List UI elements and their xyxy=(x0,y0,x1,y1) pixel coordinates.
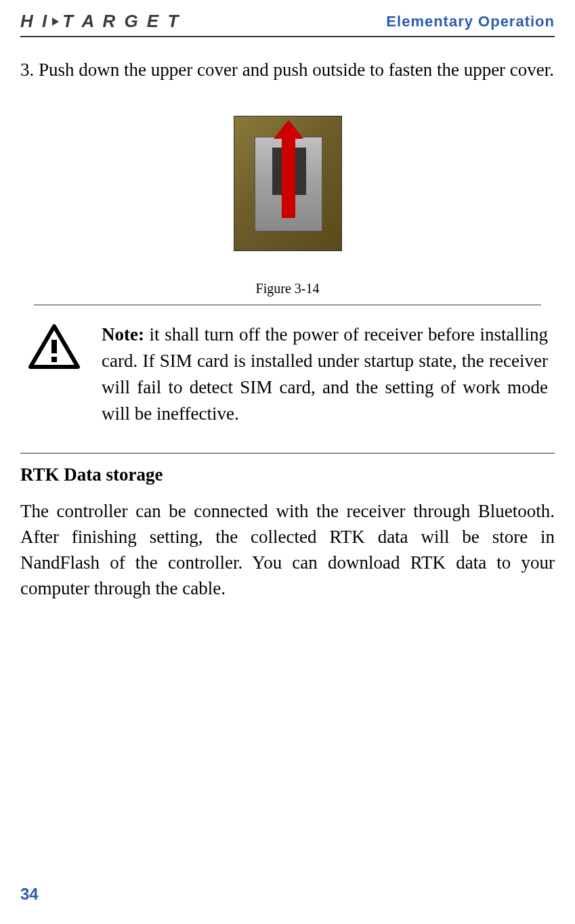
page-header: H I T A R G E T Elementary Operation xyxy=(20,11,555,37)
note-text-block: Note: it shall turn off the power of rec… xyxy=(102,322,548,428)
rtk-heading: RTK Data storage xyxy=(20,464,555,485)
warning-icon xyxy=(27,323,81,373)
figure-container: Figure 3-14 xyxy=(20,116,555,296)
page-number: 34 xyxy=(20,885,39,904)
logo-triangle-icon xyxy=(52,18,59,26)
divider-above-note xyxy=(34,305,542,305)
note-body: it shall turn off the power of receiver … xyxy=(102,324,548,424)
svg-rect-1 xyxy=(51,340,57,353)
brand-logo: H I T A R G E T xyxy=(20,11,180,32)
header-section-title: Elementary Operation xyxy=(386,13,555,30)
note-label: Note: xyxy=(102,324,144,345)
step-3-text: 3. Push down the upper cover and push ou… xyxy=(20,58,555,83)
figure-image xyxy=(234,116,342,251)
svg-rect-2 xyxy=(51,357,57,362)
rtk-body-text: The controller can be connected with the… xyxy=(20,499,555,601)
red-arrow-icon xyxy=(282,137,295,218)
logo-text-part1: H I xyxy=(20,11,49,32)
figure-caption: Figure 3-14 xyxy=(20,281,555,296)
logo-text-part2: T A R G E T xyxy=(62,11,180,32)
divider-below-note xyxy=(20,453,555,454)
note-container: Note: it shall turn off the power of rec… xyxy=(20,322,555,428)
